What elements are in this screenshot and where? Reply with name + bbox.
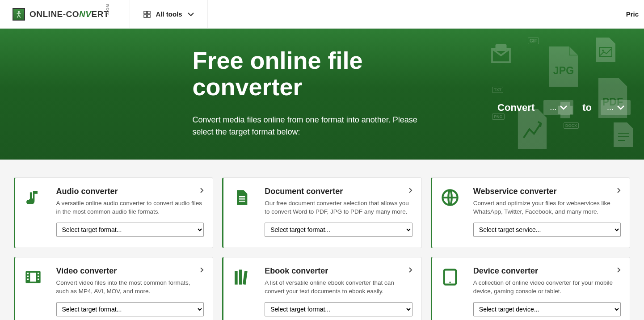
convert-bar: Convert ... to ... bbox=[497, 100, 631, 115]
convert-to-label: to bbox=[582, 102, 592, 114]
logo-mark-icon bbox=[13, 8, 25, 21]
svg-rect-20 bbox=[38, 275, 39, 277]
hero-title: Free online file converter bbox=[193, 47, 443, 101]
music-note-icon bbox=[24, 187, 46, 238]
card-title: Webservice converter bbox=[473, 187, 557, 196]
card-format-select[interactable]: Select target device... bbox=[473, 302, 621, 316]
card-document-converter[interactable]: Document converter Our free document con… bbox=[222, 177, 422, 248]
chevron-right-icon bbox=[409, 187, 412, 195]
card-desc: A collection of online video converter f… bbox=[473, 278, 621, 296]
card-ebook-converter[interactable]: Ebook converter A list of versatile onli… bbox=[222, 257, 422, 320]
svg-rect-18 bbox=[27, 278, 28, 280]
all-tools-menu[interactable]: All tools bbox=[130, 0, 208, 28]
svg-rect-25 bbox=[243, 271, 248, 285]
chevron-down-icon bbox=[560, 105, 567, 110]
gif-badge-icon: GIF bbox=[528, 38, 539, 44]
card-title: Audio converter bbox=[56, 187, 118, 196]
card-desc: Convert video files into the most common… bbox=[56, 278, 204, 296]
card-format-select[interactable]: Select target format... bbox=[265, 302, 412, 316]
card-device-converter[interactable]: Device converter A collection of online … bbox=[431, 257, 631, 320]
chevron-right-icon bbox=[200, 187, 204, 195]
chevron-right-icon bbox=[617, 187, 621, 195]
svg-rect-16 bbox=[27, 273, 28, 274]
logo-text: ONLINE-CONVERT.COM bbox=[29, 9, 121, 19]
card-desc: Our free document converter selection th… bbox=[265, 199, 412, 216]
card-format-select[interactable]: Select target format... bbox=[265, 223, 412, 237]
document-icon bbox=[232, 187, 254, 238]
film-icon bbox=[24, 266, 46, 317]
card-desc: Convert and optimize your files for webs… bbox=[473, 199, 621, 216]
globe-icon bbox=[441, 187, 463, 238]
pricing-link[interactable]: Pric bbox=[626, 10, 644, 18]
svg-rect-2 bbox=[147, 11, 150, 14]
convert-label: Convert bbox=[497, 102, 535, 114]
books-icon bbox=[232, 266, 254, 317]
svg-rect-1 bbox=[144, 11, 147, 14]
card-format-select[interactable]: Select target service... bbox=[473, 223, 621, 237]
chevron-right-icon bbox=[200, 266, 204, 274]
chevron-right-icon bbox=[617, 266, 621, 274]
card-title: Device converter bbox=[473, 266, 538, 276]
svg-point-0 bbox=[18, 11, 20, 13]
logo[interactable]: ONLINE-CONVERT.COM bbox=[0, 0, 130, 28]
convert-to-select[interactable]: ... bbox=[601, 100, 631, 115]
chevron-down-icon bbox=[617, 105, 624, 110]
convert-from-select[interactable]: ... bbox=[543, 100, 573, 115]
svg-rect-21 bbox=[38, 278, 39, 280]
tablet-icon bbox=[441, 266, 463, 317]
all-tools-label: All tools bbox=[156, 10, 182, 18]
svg-rect-24 bbox=[239, 269, 242, 284]
svg-point-27 bbox=[449, 282, 450, 283]
hero: Free online file converter Convert media… bbox=[0, 29, 644, 160]
card-video-converter[interactable]: Video converter Convert video files into… bbox=[14, 257, 214, 320]
card-desc: A versatile online audio converter to co… bbox=[56, 199, 204, 216]
svg-rect-3 bbox=[144, 15, 147, 17]
chevron-down-icon bbox=[188, 13, 194, 16]
card-title: Video converter bbox=[56, 266, 117, 276]
card-title: Ebook converter bbox=[265, 266, 328, 276]
svg-rect-22 bbox=[30, 273, 36, 282]
svg-rect-19 bbox=[38, 273, 39, 274]
chevron-right-icon bbox=[409, 266, 412, 274]
card-title: Document converter bbox=[265, 187, 343, 196]
card-desc: A list of versatile online ebook convert… bbox=[265, 278, 412, 296]
svg-rect-4 bbox=[147, 15, 150, 17]
card-format-select[interactable]: Select target format... bbox=[56, 223, 204, 237]
card-webservice-converter[interactable]: Webservice converter Convert and optimiz… bbox=[431, 177, 631, 248]
hero-subtitle: Convert media files online from one form… bbox=[193, 114, 429, 138]
grid-icon bbox=[143, 11, 151, 18]
card-format-select[interactable]: Select target format... bbox=[56, 302, 204, 316]
header: ONLINE-CONVERT.COM All tools Pric bbox=[0, 0, 644, 29]
card-audio-converter[interactable]: Audio converter A versatile online audio… bbox=[14, 177, 214, 248]
svg-rect-17 bbox=[27, 275, 28, 277]
svg-rect-23 bbox=[235, 271, 238, 284]
converter-grid: Audio converter A versatile online audio… bbox=[5, 160, 640, 320]
